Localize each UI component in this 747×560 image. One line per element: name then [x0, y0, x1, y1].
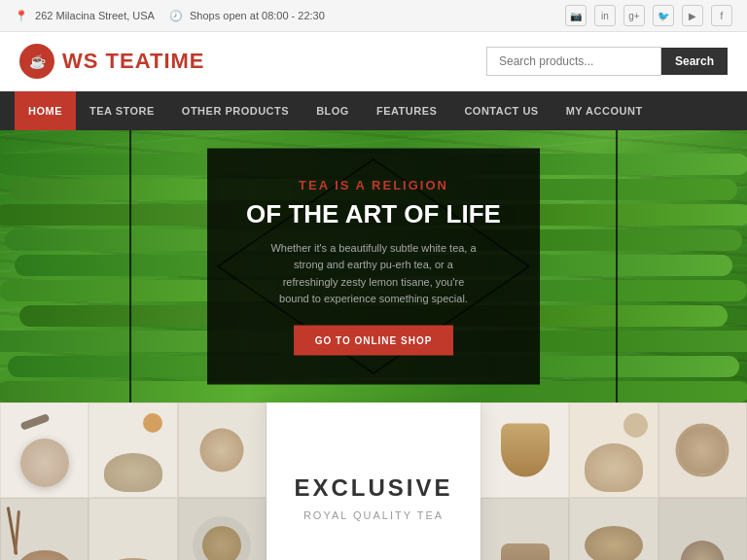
tea-item-3	[178, 402, 267, 498]
search-button[interactable]: Search	[661, 48, 728, 75]
top-bar-info: 📍 262 Milacina Street, USA 🕗 Shops open …	[15, 10, 325, 22]
tea-item-r1	[480, 402, 569, 498]
hours-info: 🕗 Shops open at 08:00 - 22:30	[169, 10, 325, 22]
shop-button[interactable]: GO TO ONLINE SHOP	[294, 325, 454, 355]
logo-icon: ☕	[19, 44, 54, 79]
exclusive-box: EXCLUSIVE ROYAL QUALITY TEA	[267, 402, 480, 560]
twitter-link[interactable]: 🐦	[653, 5, 674, 26]
tea-item-r3	[658, 402, 747, 498]
top-bar: 📍 262 Milacina Street, USA 🕗 Shops open …	[0, 0, 747, 32]
tea-images-left	[0, 402, 267, 560]
exclusive-title: EXCLUSIVE	[294, 474, 452, 502]
clock-icon: 🕗	[169, 10, 183, 21]
search-bar: Search	[486, 47, 728, 76]
main-nav: HOME TEA STORE OTHER PRODUCTS BLOG FEATU…	[0, 91, 747, 130]
tea-item-2	[89, 402, 177, 498]
nav-my-account[interactable]: MY ACCOUNT	[552, 91, 657, 130]
hero-description: Whether it's a beautifully subtle white …	[267, 239, 480, 307]
hero-section: TEA IS A RELIGION OF THE ART OF LIFE Whe…	[0, 130, 747, 402]
hero-background: TEA IS A RELIGION OF THE ART OF LIFE Whe…	[0, 130, 747, 402]
instagram-link[interactable]: 📷	[565, 5, 587, 26]
tea-item-6	[178, 498, 267, 560]
tea-item-r5	[569, 498, 658, 560]
facebook-link[interactable]: f	[711, 5, 732, 26]
nav-other-products[interactable]: OTHER PRODUCTS	[168, 91, 302, 130]
tea-item-1	[0, 402, 89, 498]
youtube-link[interactable]: ▶	[682, 5, 703, 26]
hero-overlay: TEA IS A RELIGION OF THE ART OF LIFE Whe…	[207, 149, 540, 385]
hero-title: OF THE ART OF LIFE	[246, 200, 501, 228]
social-links: 📷 in g+ 🐦 ▶ f	[565, 5, 732, 26]
header: ☕ WS TEATIME Search	[0, 32, 747, 91]
tea-item-r6	[658, 498, 747, 560]
nav-features[interactable]: FEATURES	[363, 91, 450, 130]
pin-icon: 📍	[15, 10, 28, 21]
search-input[interactable]	[486, 47, 661, 76]
nav-blog[interactable]: BLOG	[302, 91, 363, 130]
tea-images-right	[480, 402, 747, 560]
hero-subtitle: TEA IS A RELIGION	[246, 178, 501, 192]
nav-contact[interactable]: CONTACT US	[450, 91, 551, 130]
nav-home[interactable]: HOME	[15, 91, 76, 130]
logo-text: WS TEATIME	[62, 49, 205, 74]
tea-item-4	[0, 498, 89, 560]
nav-tea-store[interactable]: TEA STORE	[76, 91, 168, 130]
logo: ☕ WS TEATIME	[19, 44, 205, 79]
google-plus-link[interactable]: g+	[623, 5, 645, 26]
exclusive-subtitle: ROYAL QUALITY TEA	[303, 509, 444, 521]
tea-item-5	[89, 498, 177, 560]
bottom-section: EXCLUSIVE ROYAL QUALITY TEA	[0, 402, 747, 560]
tea-item-r2	[569, 402, 658, 498]
address-info: 📍 262 Milacina Street, USA	[15, 10, 155, 22]
tea-item-r4	[480, 498, 569, 560]
linkedin-link[interactable]: in	[594, 5, 616, 26]
